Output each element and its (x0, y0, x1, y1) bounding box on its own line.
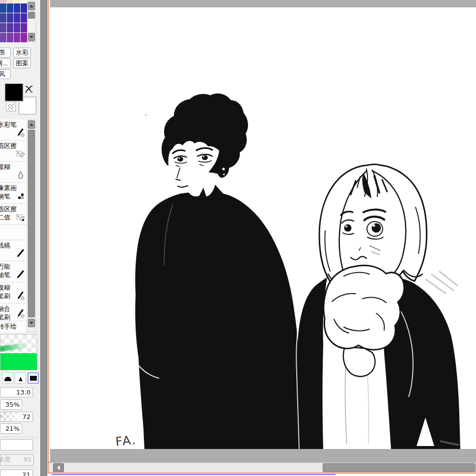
svg-text:S: S (17, 215, 20, 219)
brush-stroke-preview (0, 334, 37, 370)
swap-colors-icon[interactable] (25, 84, 33, 95)
brush-label: 转手绘 (0, 323, 17, 330)
swatch-scrollbar[interactable] (27, 1, 36, 42)
extra-field[interactable] (0, 439, 33, 450)
brush-item-hand-drawn[interactable]: 转手绘 (0, 321, 27, 332)
scroll-up-icon[interactable] (28, 2, 35, 10)
brush-label: 模糊 (0, 284, 10, 291)
brush-item-selection-eraser[interactable]: 选区擦 S (0, 140, 27, 162)
color-swatch[interactable] (14, 33, 20, 42)
color-swatch[interactable] (0, 33, 6, 42)
color-swatch[interactable] (0, 13, 6, 23)
tab-pattern[interactable]: 图案 (13, 58, 31, 68)
brush-scrollbar-thumb[interactable] (28, 130, 35, 317)
swatch-scrollbar-thumb[interactable] (28, 12, 35, 19)
brush-item-blend-brush[interactable]: 融合 笔刷 (0, 304, 27, 321)
brush-label: 水彩笔 (0, 121, 17, 128)
bottom-value-field[interactable]: 21 (0, 470, 33, 476)
divider (0, 452, 38, 453)
brush-drop-icon (16, 291, 25, 302)
brush-item-selection-eraser-binary[interactable]: 选区擦 二值 S (0, 204, 27, 225)
brush-item-universal-pen[interactable]: 万能 铀笔 (0, 261, 27, 282)
brush-item-blur-brush[interactable]: 模糊 笔刷 (0, 282, 27, 304)
brush-shape-trapezoid-button[interactable] (15, 372, 26, 384)
brush-item-pixel-pen[interactable]: 像素画 钢笔 (0, 183, 27, 204)
color-swatch[interactable] (21, 13, 27, 23)
param-label: 浓度 (0, 455, 11, 465)
divider (0, 437, 38, 437)
canvas-page[interactable]: FA. (50, 7, 476, 449)
brush-label: 像素画 (0, 184, 17, 192)
artwork: FA. (50, 7, 476, 449)
foreground-color-swatch[interactable] (5, 84, 23, 101)
brush-label: 线稿 (0, 242, 10, 249)
scroll-down-icon[interactable] (28, 33, 35, 41)
brush-item-blur[interactable]: 模糊 (0, 162, 27, 183)
brush-item-lineart[interactable]: 线稿 (0, 240, 27, 261)
brush-shape-square-button[interactable] (28, 372, 39, 384)
water-drop-icon (16, 170, 25, 181)
tab-net[interactable]: 网... (0, 58, 11, 68)
brush-scrollbar[interactable] (27, 119, 36, 332)
min-size-field[interactable]: 35% (0, 399, 22, 410)
svg-text:S: S (17, 151, 20, 155)
brush-item-empty[interactable] (0, 225, 27, 240)
tab-ink[interactable]: 墨 (0, 48, 11, 57)
brush-label: 笔刷 (0, 292, 10, 300)
divider (0, 468, 38, 468)
color-swatch-grid (0, 0, 27, 42)
paint-app-window: 墨 水彩 网... 图案 风 水彩笔 (0, 0, 476, 476)
color-swatch[interactable] (21, 33, 27, 42)
brush-item-watercolor[interactable]: 水彩笔 (0, 119, 27, 140)
color-swatch[interactable] (0, 3, 6, 13)
canvas-hscrollbar[interactable] (49, 463, 476, 473)
color-swatch[interactable] (14, 23, 20, 32)
square-shape-icon (30, 376, 37, 381)
brush-label: 二值 (0, 214, 10, 221)
transparent-color-button[interactable] (6, 102, 16, 112)
tab-wind[interactable]: 风 (0, 69, 11, 79)
scroll-left-icon[interactable] (53, 463, 64, 472)
brush-label: 选区擦 (0, 142, 17, 149)
density-param-field: 浓度 95 (0, 454, 34, 466)
color-swatch[interactable] (7, 23, 13, 32)
eraser-icon: S (16, 212, 25, 224)
color-swatch[interactable] (21, 23, 27, 32)
brush-size-field[interactable]: 13.0 (0, 387, 33, 397)
brush-label: 模糊 (0, 163, 10, 170)
color-swatch[interactable] (14, 13, 20, 23)
stray-mark (145, 114, 146, 115)
hscrollbar-thumb[interactable] (323, 463, 476, 472)
color-fill-sample (0, 353, 37, 370)
color-swatch[interactable] (21, 0, 27, 3)
brush-label: 万能 (0, 263, 10, 270)
color-swatch[interactable] (21, 3, 27, 13)
woman-figure (296, 165, 460, 449)
pixel-icon (17, 193, 25, 202)
color-swatch[interactable] (14, 3, 20, 13)
brush-shape-round-button[interactable] (2, 372, 13, 384)
brush-label: 铀笔 (0, 271, 10, 279)
scroll-down-icon[interactable] (28, 319, 35, 327)
canvas-viewport: FA. (48, 0, 476, 474)
scroll-up-icon[interactable] (28, 120, 35, 129)
color-swatch[interactable] (0, 23, 6, 32)
param-value: 95 (23, 455, 31, 465)
tab-watercolor[interactable]: 水彩 (13, 48, 31, 57)
brush-label: 融合 (0, 305, 10, 312)
color-swatch[interactable] (7, 33, 13, 42)
density-slider-field[interactable]: 72 (0, 412, 33, 422)
color-swatch[interactable] (7, 3, 13, 13)
panel-splitter[interactable] (40, 0, 47, 476)
color-swatch[interactable] (0, 0, 6, 3)
color-swatch[interactable] (14, 0, 20, 3)
brush-label: 钢笔 (0, 193, 10, 200)
transparency-icon (8, 104, 14, 110)
artist-signature: FA. (115, 433, 138, 449)
color-swatch[interactable] (7, 13, 13, 23)
brush-drop-icon (16, 308, 25, 320)
blend-field[interactable]: 21% (0, 423, 22, 434)
eraser-icon: S (16, 149, 25, 160)
color-swatch[interactable] (7, 0, 13, 3)
pen-icon (16, 270, 25, 281)
